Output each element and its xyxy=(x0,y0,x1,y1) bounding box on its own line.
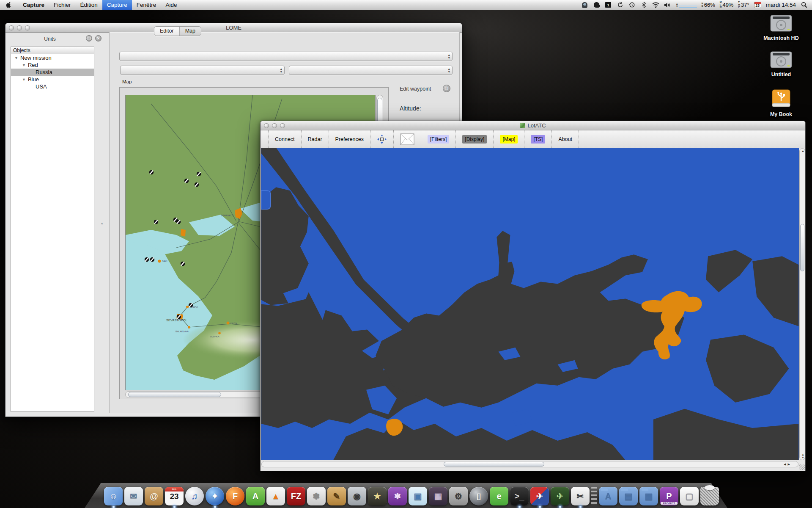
unit-type-dropdown[interactable]: ▲▼ xyxy=(119,52,453,61)
istat-memory[interactable]: MEM 49% xyxy=(720,1,734,8)
evernote[interactable]: e xyxy=(490,487,508,505)
lotatc-vertical-scrollbar[interactable]: ▲ ▲▼ xyxy=(799,148,805,460)
hd-value: 66% xyxy=(704,2,715,8)
menu-capture-app[interactable]: Capture xyxy=(18,0,49,10)
menu-aide[interactable]: Aide xyxy=(161,0,181,10)
disclosure-triangle-icon[interactable]: ▼ xyxy=(14,56,18,60)
tab-editor[interactable]: Editor xyxy=(154,27,180,36)
terminal[interactable]: >_ xyxy=(510,487,529,505)
lotatc-map-canvas[interactable] xyxy=(261,148,799,460)
project-file[interactable]: PPROJECT xyxy=(660,487,678,505)
disclosure-triangle-icon[interactable]: ▼ xyxy=(22,63,26,67)
tree-item-usa[interactable]: USA xyxy=(11,83,94,90)
iphoto[interactable]: ✽ xyxy=(307,487,326,505)
iphone-config-icon: ▯ xyxy=(476,491,481,501)
edit-waypoint-button[interactable]: ❐ xyxy=(443,85,450,92)
volume-my-book[interactable]: My Book xyxy=(758,89,804,117)
firefox[interactable]: F xyxy=(226,487,244,505)
volume-untitled[interactable]: Untitled xyxy=(758,51,804,77)
lotatc-radar-map xyxy=(261,148,799,460)
applications-folder[interactable]: A xyxy=(599,487,617,505)
filezilla[interactable]: FZ xyxy=(287,487,305,505)
about-button[interactable]: About xyxy=(552,130,579,148)
map-toggle[interactable]: [Map] xyxy=(494,130,524,148)
disclosure-triangle-icon[interactable]: ▼ xyxy=(22,77,26,82)
wifi-icon[interactable] xyxy=(652,1,659,8)
tree-item-blue[interactable]: ▼ Blue xyxy=(11,76,94,83)
folder-tab xyxy=(601,489,608,491)
filters-toggle[interactable]: [Filters] xyxy=(421,130,456,148)
tree-item-russia[interactable]: Russia xyxy=(11,69,94,76)
gorilla-icon[interactable] xyxy=(581,1,588,8)
menu-bar-clock[interactable]: mardi 14:54 xyxy=(766,2,796,8)
pixelmator[interactable]: ✎ xyxy=(327,487,346,505)
image-capture[interactable]: ◉ xyxy=(348,487,366,505)
calendar-menu-icon[interactable]: 23 xyxy=(754,2,761,8)
idvd[interactable]: ✱ xyxy=(388,487,407,505)
menu-fichier[interactable]: Fichier xyxy=(49,0,76,10)
handbrake-film[interactable]: ▦ xyxy=(429,487,447,505)
documents-folder[interactable]: ▤ xyxy=(619,487,638,505)
vlc[interactable]: ▲ xyxy=(266,487,285,505)
tree-item-new-mission[interactable]: ▼ New mission xyxy=(11,54,94,61)
unit-name-dropdown[interactable]: ▲▼ xyxy=(120,66,285,75)
menu-edition[interactable]: Édition xyxy=(76,0,102,10)
istat-network[interactable]: ▲▼ xyxy=(676,3,697,8)
parallels-icon[interactable]: 1 xyxy=(605,1,612,8)
lotatc-horizontal-scrollbar[interactable]: ◀ ▶ xyxy=(261,461,798,467)
tree-header[interactable]: Objects xyxy=(11,47,94,54)
filezilla-icon: FZ xyxy=(291,491,301,501)
spotlight-icon[interactable] xyxy=(801,1,808,8)
sidebar-collapse-arrow[interactable]: ^ xyxy=(101,222,103,226)
finder[interactable]: ☺ xyxy=(104,487,123,505)
address-book[interactable]: @ xyxy=(145,487,163,505)
imovie[interactable]: ★ xyxy=(368,487,387,505)
movies-folder[interactable]: ▦ xyxy=(639,487,658,505)
pan-tool-button[interactable] xyxy=(370,130,394,148)
lome-app[interactable]: ✈ xyxy=(551,487,569,505)
screen-clipper[interactable]: ✂ xyxy=(571,487,590,505)
display-toggle[interactable]: [Display] xyxy=(456,130,494,148)
bluetooth-icon[interactable] xyxy=(640,1,647,8)
menu-capture-open[interactable]: Capture xyxy=(102,0,132,10)
units-detach-button[interactable]: ❐ xyxy=(86,35,92,41)
istat-temperature[interactable]: TMP 37° xyxy=(738,1,749,8)
iphone-config[interactable]: ▯ xyxy=(469,487,488,505)
system-preferences[interactable]: ⚙ xyxy=(449,487,468,505)
network-arrows-icon: ▲▼ xyxy=(676,3,678,8)
time-machine-icon[interactable] xyxy=(628,1,636,8)
folder-tab xyxy=(642,489,648,491)
ts-toggle[interactable]: [TS] xyxy=(524,130,552,148)
volume-macintosh-hd[interactable]: Macintosh HD xyxy=(758,14,804,41)
itunes[interactable]: ♫ xyxy=(185,487,204,505)
virtualbox[interactable]: ▣ xyxy=(409,487,427,505)
istat-hd[interactable]: HD 66% xyxy=(702,2,715,8)
tab-map[interactable]: Map xyxy=(180,27,201,36)
radar-button[interactable]: Radar xyxy=(302,130,329,148)
adium[interactable]: A xyxy=(246,487,265,505)
sync-icon[interactable] xyxy=(617,1,624,8)
message-tool-button[interactable] xyxy=(394,130,421,148)
documents-stack[interactable]: ▢ xyxy=(680,487,699,505)
mail[interactable]: ✉ xyxy=(124,487,143,505)
lotatc-titlebar[interactable]: LotATC xyxy=(261,121,805,130)
safari[interactable]: ✦ xyxy=(206,487,224,505)
evernote-icon[interactable] xyxy=(593,1,600,8)
trash[interactable] xyxy=(700,487,719,505)
ical[interactable]: déc. 23 xyxy=(165,487,184,505)
menu-fenetre[interactable]: Fenêtre xyxy=(132,0,161,10)
lome-titlebar[interactable]: LOME xyxy=(5,23,462,33)
volume-icon[interactable] xyxy=(664,1,671,8)
tree-item-red[interactable]: ▼ Red xyxy=(11,61,94,69)
units-close-button[interactable]: ✕ xyxy=(95,35,102,41)
edit-waypoint-label: Edit waypoint xyxy=(400,86,431,92)
folder-glyph-icon: ▦ xyxy=(645,491,653,501)
svg-text:YALTA: YALTA xyxy=(230,322,237,325)
preferences-button[interactable]: Preferences xyxy=(329,130,370,148)
unit-skill-dropdown[interactable]: ▲▼ xyxy=(289,66,453,75)
svg-text:ALUPKA: ALUPKA xyxy=(210,335,219,338)
connect-button[interactable]: Connect xyxy=(268,130,302,148)
window-resize-grip[interactable] xyxy=(799,464,805,470)
apple-menu[interactable] xyxy=(0,2,18,8)
lotatc-app[interactable]: ✈ xyxy=(530,487,549,505)
